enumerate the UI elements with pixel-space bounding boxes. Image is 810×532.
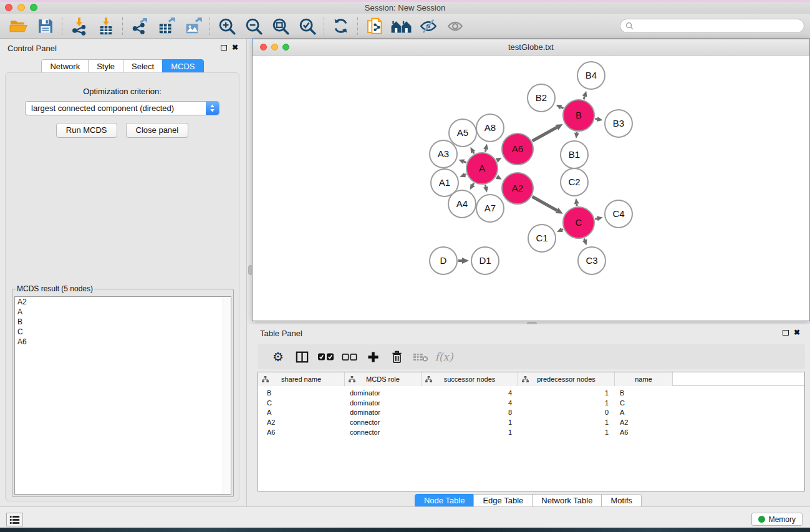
graph-edge-A-A4[interactable] [473,183,474,185]
window-minimize-button[interactable] [17,4,25,11]
import-table-icon [97,17,115,36]
zoom-fit-button[interactable] [267,16,294,37]
zoom-selected-icon [298,17,317,36]
network-close-button[interactable] [260,44,267,51]
export-table-button[interactable] [153,16,180,37]
zoom-out-button[interactable] [240,16,267,37]
column-view-button[interactable] [290,346,314,367]
zoom-in-button[interactable] [213,16,240,37]
column-header-predecessor-nodes[interactable]: predecessor nodes [518,372,615,386]
column-header-successor-nodes[interactable]: successor nodes [422,372,518,386]
tab-edge-table[interactable]: Edge Table [473,494,533,508]
criterion-dropdown[interactable]: largest connected component (directed) [25,101,219,115]
graph-edge-A6-B[interactable] [533,127,557,141]
run-mcds-button[interactable]: Run MCDS [56,123,117,138]
deselect-all-button[interactable] [337,346,361,367]
refresh-button[interactable] [327,16,354,37]
application-window: Session: New Session [0,0,810,532]
add-column-button[interactable] [361,346,385,367]
table-cell: C [258,399,345,407]
graph-node-label: A8 [485,122,496,133]
graph-edge-C-C4[interactable] [595,218,597,219]
column-header-name[interactable]: name [615,372,673,386]
network-minimize-button[interactable] [271,44,278,51]
mcds-result-item[interactable]: B [15,317,231,327]
task-history-button[interactable] [6,513,23,526]
table-row[interactable]: Adominator80A [258,408,804,418]
graph-edge-B-B2[interactable] [561,107,564,109]
graph-edge-C-C1[interactable] [562,230,563,230]
main-toolbar [0,14,810,39]
hide-graphics-details-button[interactable] [415,16,441,37]
duplicate-network-button[interactable] [361,16,388,37]
function-builder-button[interactable]: f(x) [432,346,456,367]
graph-node-label: A7 [485,203,496,213]
tab-node-table[interactable]: Node Table [415,494,475,508]
search-input[interactable] [637,21,804,32]
table-row[interactable]: Cdominator41C [258,398,804,408]
table-body: Bdominator41BCdominator41CAdominator80AA… [258,388,804,437]
graph-edge-A-A3[interactable] [464,162,466,162]
network-window-titlebar[interactable]: testGlobe.txt [253,39,809,56]
table-tabs: Node TableEdge TableNetwork TableMotifs [247,494,810,508]
graph-edge-B-B4[interactable] [584,96,585,99]
titlebar: Session: New Session [0,2,810,14]
table-settings-button[interactable]: ⚙ [266,346,290,367]
graph-edge-A-A8[interactable] [485,149,486,152]
window-zoom-button[interactable] [30,4,37,11]
network-overview-button[interactable] [388,16,415,37]
graph-edge-A-A5[interactable] [473,152,474,154]
graph-edge-A2-C[interactable] [533,196,557,210]
graph-node-label: B1 [569,149,580,160]
zoom-selected-button[interactable] [294,16,321,37]
column-header-mcds-role[interactable]: MCDS role [345,372,422,386]
tab-motifs[interactable]: Motifs [601,494,642,508]
graph-node-label: C [576,217,582,228]
table-row[interactable]: Bdominator41B [258,388,804,398]
tab-network-table[interactable]: Network Table [532,494,602,508]
table-header-row: shared nameMCDS rolesuccessor nodesprede… [258,372,804,386]
select-all-button[interactable] [314,346,337,367]
mcds-result-item[interactable]: A6 [15,337,231,347]
search-box[interactable] [620,19,804,33]
mcds-result-item[interactable]: A2 [15,297,231,307]
table-row[interactable]: A6connector11A6 [258,427,804,437]
network-canvas[interactable]: B4B2BB3A8A5A6A3B1AA1C2A2A4A7C4CC1C3DD1 [253,56,809,321]
toolbar-separator [62,17,62,35]
sort-hierarchy-icon [522,376,529,384]
graph-edge-A-A1[interactable] [465,175,466,175]
delete-table-button[interactable] [408,346,432,367]
save-session-button[interactable] [32,16,59,37]
memory-button[interactable]: Memory [751,513,803,526]
network-window[interactable]: testGlobe.txt B4B2BB3A8A5A6A3B1AA1C2A2A4… [252,39,810,321]
import-table-button[interactable] [92,16,119,37]
search-icon [625,22,634,30]
window-close-button[interactable] [5,4,12,11]
network-zoom-button[interactable] [282,44,289,51]
memory-status-icon [758,516,765,523]
graph-edge-B-B3[interactable] [595,118,597,119]
node-table: shared nameMCDS rolesuccessor nodesprede… [258,372,805,491]
open-session-button[interactable] [5,16,32,37]
mcds-result-list[interactable]: A2ABCA6 [14,296,231,495]
graph-edge-A-A7[interactable] [485,185,486,186]
graph-edge-C-C3[interactable] [584,239,585,240]
unchecked-boxes-icon [342,353,357,361]
show-graphics-details-button[interactable] [441,16,468,37]
mcds-result-item[interactable]: A [15,307,231,317]
scrollbar-track[interactable] [223,297,231,494]
close-panel-button[interactable]: Close panel [126,123,189,138]
eye-slash-icon [419,17,438,35]
close-table-panel-icon[interactable]: ✖ [794,329,800,337]
float-table-panel-icon[interactable] [783,330,789,336]
table-row[interactable]: A2connector11A2 [258,417,804,427]
import-network-button[interactable] [65,16,92,37]
export-network-button[interactable] [126,16,153,37]
delete-column-button[interactable] [385,346,408,367]
control-panel-header: Control Panel ✖ [0,39,246,55]
export-image-button[interactable] [180,16,206,37]
close-panel-icon[interactable]: ✖ [232,44,238,52]
mcds-result-item[interactable]: C [15,327,231,337]
column-header-shared-name[interactable]: shared name [258,372,345,386]
float-panel-icon[interactable] [221,45,227,51]
